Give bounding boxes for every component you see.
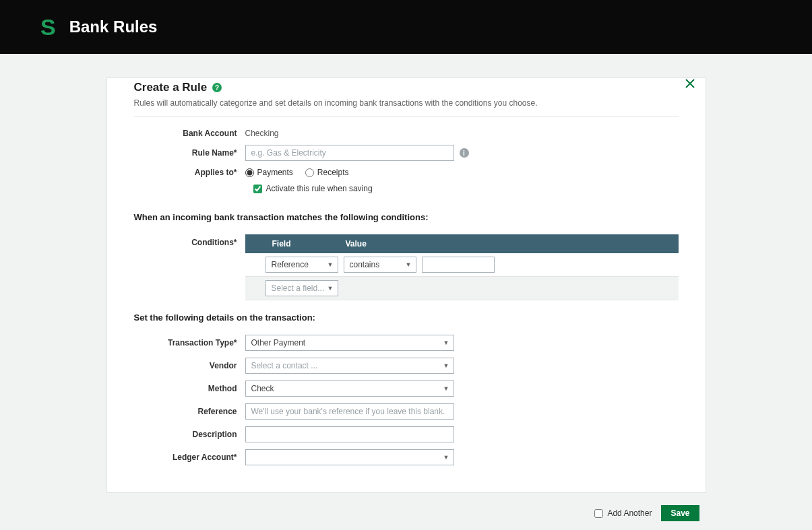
transaction-type-select[interactable]: Other Payment ▼ (245, 335, 454, 351)
info-icon[interactable]: i (460, 148, 469, 158)
chevron-down-icon: ▼ (443, 362, 449, 369)
condition-add-field-select[interactable]: Select a field... ▼ (266, 280, 338, 296)
card-title: Create a Rule (134, 81, 208, 94)
method-value: Check (251, 384, 274, 393)
method-select[interactable]: Check ▼ (245, 380, 454, 397)
conditions-header-value: Value (343, 239, 679, 249)
rule-name-label: Rule Name* (134, 148, 245, 158)
conditions-label: Conditions* (134, 234, 245, 247)
save-button[interactable]: Save (661, 505, 699, 521)
card-subtitle: Rules will automatically categorize and … (134, 94, 679, 117)
ledger-account-label: Ledger Account* (134, 453, 245, 462)
activate-rule-label: Activate this rule when saving (266, 184, 373, 193)
form-footer: Add Another Save (106, 493, 706, 521)
receipts-label: Receipts (317, 168, 349, 177)
vendor-select[interactable]: Select a contact ... ▼ (245, 358, 454, 374)
chevron-down-icon: ▼ (406, 261, 412, 268)
applies-to-label: Applies to* (134, 168, 245, 177)
method-label: Method (134, 384, 245, 393)
condition-add-row: Select a field... ▼ (245, 277, 679, 300)
conditions-table-header: Field Value (245, 234, 679, 253)
reference-label: Reference (134, 407, 245, 416)
close-icon[interactable] (685, 78, 695, 91)
app-header: S Bank Rules (0, 0, 812, 54)
bank-account-value: Checking (245, 129, 279, 138)
vendor-label: Vendor (134, 361, 245, 370)
add-another-label: Add Another (607, 508, 652, 518)
conditions-section-title: When an incoming bank transaction matche… (107, 207, 706, 222)
add-another-checkbox[interactable]: Add Another (594, 508, 652, 518)
condition-operator-select[interactable]: contains ▼ (344, 257, 416, 273)
description-label: Description (134, 430, 245, 439)
payments-label: Payments (257, 168, 293, 177)
condition-field-select[interactable]: Reference ▼ (266, 257, 338, 273)
condition-field-value: Reference (272, 260, 309, 269)
rule-name-input[interactable] (245, 145, 454, 161)
page-body: Create a Rule ? Rules will automatically… (0, 54, 812, 530)
condition-row: Reference ▼ contains ▼ (245, 253, 679, 277)
chevron-down-icon: ▼ (443, 385, 449, 392)
description-input[interactable] (245, 426, 454, 442)
activate-rule-checkbox[interactable] (253, 185, 262, 193)
reference-input[interactable] (245, 403, 454, 420)
condition-operator-value: contains (350, 260, 380, 269)
create-rule-card: Create a Rule ? Rules will automatically… (106, 77, 706, 493)
ledger-account-select[interactable]: ▼ (245, 449, 454, 465)
chevron-down-icon: ▼ (443, 339, 449, 346)
help-icon[interactable]: ? (212, 83, 222, 92)
bank-account-label: Bank Account (134, 129, 245, 138)
chevron-down-icon: ▼ (327, 261, 334, 268)
details-section-title: Set the following details on the transac… (107, 307, 706, 323)
logo-icon: S (40, 14, 56, 40)
condition-value-input[interactable] (422, 257, 495, 273)
chevron-down-icon: ▼ (327, 285, 334, 292)
page-title: Bank Rules (69, 18, 158, 36)
applies-to-payments-radio[interactable]: Payments (245, 168, 293, 177)
transaction-type-label: Transaction Type* (134, 338, 245, 347)
vendor-placeholder: Select a contact ... (251, 361, 318, 370)
chevron-down-icon: ▼ (443, 454, 449, 461)
conditions-header-field: Field (266, 239, 343, 249)
condition-add-placeholder: Select a field... (272, 284, 325, 293)
applies-to-receipts-radio[interactable]: Receipts (305, 168, 349, 177)
transaction-type-value: Other Payment (251, 338, 306, 347)
